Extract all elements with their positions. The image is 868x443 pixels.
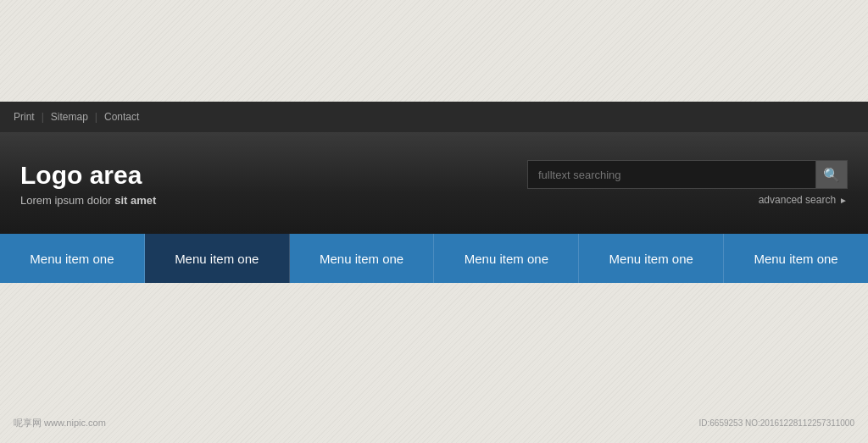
advanced-search-label: advanced search — [759, 194, 836, 206]
watermark-area: 呢享网 www.nipic.com ID:6659253 NO:20161228… — [0, 410, 868, 436]
separator-2: | — [95, 111, 97, 123]
logo-title: Logo area — [20, 160, 156, 191]
nav-bar: Menu item one Menu item one Menu item on… — [0, 234, 868, 283]
print-link[interactable]: Print — [14, 111, 35, 123]
nav-item-6[interactable]: Menu item one — [724, 234, 868, 283]
watermark-right: ID:6659253 NO:20161228112257311000 — [699, 418, 855, 428]
nav-item-3[interactable]: Menu item one — [290, 234, 435, 283]
logo-subtitle-text: Lorem ipsum dolor — [20, 194, 114, 207]
search-row: 🔍 — [527, 160, 848, 189]
utility-bar: Print | Sitemap | Contact — [0, 102, 868, 132]
nav-item-5[interactable]: Menu item one — [579, 234, 724, 283]
nav-item-1[interactable]: Menu item one — [0, 234, 145, 283]
search-area: 🔍 advanced search ► — [527, 160, 848, 206]
utility-links: Print | Sitemap | Contact — [14, 111, 139, 123]
nav-item-2[interactable]: Menu item one — [145, 234, 290, 283]
logo-area: Logo area Lorem ipsum dolor sit amet — [20, 160, 156, 207]
logo-subtitle: Lorem ipsum dolor sit amet — [20, 194, 156, 207]
advanced-search-link[interactable]: advanced search ► — [759, 194, 848, 206]
watermark-left: 呢享网 www.nipic.com — [14, 417, 106, 429]
search-button[interactable]: 🔍 — [815, 160, 848, 189]
header: Logo area Lorem ipsum dolor sit amet 🔍 a… — [0, 132, 868, 234]
contact-link[interactable]: Contact — [104, 111, 139, 123]
separator-1: | — [42, 111, 44, 123]
search-icon: 🔍 — [823, 167, 840, 183]
logo-subtitle-bold: sit amet — [114, 194, 156, 207]
nav-item-4[interactable]: Menu item one — [434, 234, 579, 283]
search-input[interactable] — [527, 160, 815, 189]
arrow-right-icon: ► — [839, 196, 848, 205]
sitemap-link[interactable]: Sitemap — [51, 111, 88, 123]
